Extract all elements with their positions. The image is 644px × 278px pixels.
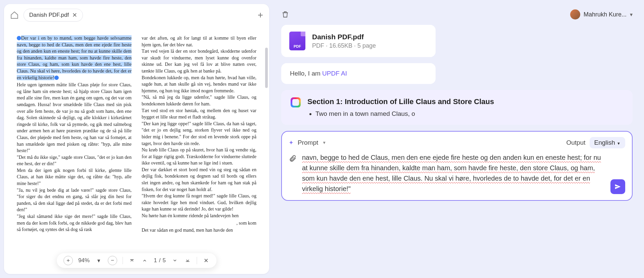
ai-logo-icon <box>291 97 301 107</box>
doc-paragraph-highlighted: Der var i en by to mænd, som begge havde… <box>17 35 132 81</box>
close-icon[interactable]: ✕ <box>72 12 77 18</box>
prompt-label[interactable]: Prompt <box>298 139 318 146</box>
prompt-row: navn, begge to hed de Claus, men den ene… <box>289 152 625 194</box>
prompt-header: ✦ Prompt ▼ Output English ▼ <box>289 137 625 148</box>
ai-response-card: Section 1: Introduction of Lille Claus a… <box>281 90 633 125</box>
greeting-card: Hello, I am UPDF AI <box>281 63 436 84</box>
app-root: Danish PDF.pdf ✕ + Der var i en by to mæ… <box>0 0 644 278</box>
toolbar-separator <box>122 257 123 264</box>
document-toolbar: + 94% ▾ − 1 / 5 ✕ <box>57 253 216 268</box>
next-page-icon[interactable] <box>171 257 179 264</box>
tab-pill[interactable]: Danish PDF.pdf ✕ <box>23 9 83 21</box>
selected-text[interactable]: Der var i en by to mænd, som begge havde… <box>17 35 132 80</box>
tab-bar: Danish PDF.pdf ✕ + <box>4 4 269 24</box>
zoom-level[interactable]: 94% <box>78 257 90 264</box>
ai-panel: Mahrukh Kure... ▾ PDF Danish PDF.pdf PDF… <box>274 4 640 274</box>
first-page-icon[interactable] <box>128 257 136 264</box>
ai-response-bullet: Two men in a town named Claus, o <box>315 110 494 118</box>
doc-col2-tail: , som kom <box>142 220 256 227</box>
doc-col2-tail2: Det var sådan en god mand, men han havde… <box>142 227 256 234</box>
user-menu[interactable]: Mahrukh Kure... ▾ <box>570 9 633 19</box>
output-language-select[interactable]: English ▼ <box>590 137 626 148</box>
avatar <box>570 9 580 19</box>
last-page-icon[interactable] <box>184 257 191 264</box>
pdf-icon: PDF <box>289 32 305 50</box>
greeting-prefix: Hello, I am <box>290 70 322 77</box>
sparkle-icon: ✦ <box>289 139 294 146</box>
ai-panel-body: PDF Danish PDF.pdf PDF · 16.65KB · 5 pag… <box>274 25 640 274</box>
chevron-down-icon[interactable]: ▾ <box>95 257 102 264</box>
attachment-info: Danish PDF.pdf PDF · 16.65KB · 5 page <box>312 33 376 49</box>
page-current[interactable]: 1 <box>154 257 157 264</box>
trash-icon[interactable] <box>281 10 289 18</box>
attachment-title: Danish PDF.pdf <box>312 33 376 41</box>
output-label: Output <box>566 139 585 146</box>
page-sep: / <box>159 257 161 264</box>
zoom-out-button[interactable]: − <box>108 256 117 265</box>
prev-page-icon[interactable] <box>141 257 148 264</box>
prompt-textarea[interactable]: navn, begge to hed de Claus, men den ene… <box>302 152 605 194</box>
close-toolbar-icon[interactable]: ✕ <box>202 257 210 264</box>
attachment-icon[interactable] <box>289 154 297 164</box>
document-viewport[interactable]: Der var i en by to mænd, som begge havde… <box>4 24 269 274</box>
chevron-down-icon[interactable]: ▼ <box>322 140 326 145</box>
attachment-card[interactable]: PDF Danish PDF.pdf PDF · 16.65KB · 5 pag… <box>281 25 436 57</box>
chevron-down-icon[interactable]: ▾ <box>630 11 633 18</box>
doc-col1-rest: Hele ugen igennem måtte lille Claus pløj… <box>17 82 132 233</box>
tab-title: Danish PDF.pdf <box>29 12 69 18</box>
page-total: 5 <box>162 257 165 264</box>
user-name: Mahrukh Kure... <box>584 11 627 18</box>
send-button[interactable] <box>610 179 625 194</box>
doc-col2: var det aften, og alt for langt til at k… <box>142 35 256 219</box>
ai-response-body: Section 1: Introduction of Lille Claus a… <box>307 97 494 118</box>
ai-panel-header: Mahrukh Kure... ▾ <box>274 4 640 25</box>
home-icon[interactable] <box>10 11 19 19</box>
document-page: Der var i en by to mænd, som begge havde… <box>11 28 262 274</box>
new-tab-button[interactable]: + <box>258 10 263 20</box>
selection-start-handle[interactable] <box>17 36 21 40</box>
scrollbar-thumb[interactable] <box>265 48 268 88</box>
document-panel: Danish PDF.pdf ✕ + Der var i en by to mæ… <box>4 4 269 274</box>
selection-end-handle[interactable] <box>54 76 59 80</box>
greeting-brand: UPDF AI <box>322 70 347 77</box>
toolbar-separator <box>197 257 197 264</box>
ai-response-title: Section 1: Introduction of Lille Claus a… <box>307 97 494 106</box>
page-indicator: 1 / 5 <box>154 257 166 264</box>
zoom-in-button[interactable]: + <box>63 256 73 265</box>
attachment-meta: PDF · 16.65KB · 5 page <box>312 42 376 49</box>
prompt-input-box: ✦ Prompt ▼ Output English ▼ navn, begge … <box>281 131 633 201</box>
